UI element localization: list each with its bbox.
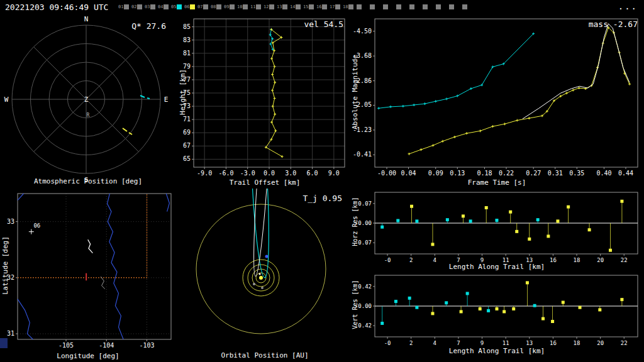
svg-text:0.44: 0.44 — [618, 170, 633, 177]
svg-text:9: 9 — [480, 340, 484, 346]
frame-button[interactable] — [396, 2, 409, 12]
frame-indicator — [309, 4, 314, 9]
frame-indicator — [124, 4, 129, 9]
svg-text:7: 7 — [457, 340, 460, 346]
tisserand-stat: T_j 0.95 — [303, 194, 342, 203]
trail-offset-axis-title: Trail Offset [km] — [176, 178, 353, 187]
planet-gray-2 — [261, 287, 264, 289]
svg-text:W: W — [4, 96, 9, 104]
frame-button[interactable] — [448, 2, 462, 12]
svg-text:0.40: 0.40 — [596, 170, 611, 177]
svg-text:Z: Z — [84, 96, 88, 103]
frame-indicator — [462, 4, 467, 9]
frame-button-06[interactable]: 06 — [184, 2, 197, 12]
frame-button[interactable] — [422, 2, 435, 12]
frame-indicator — [243, 4, 248, 9]
frame-button-14[interactable]: 14 — [290, 2, 303, 12]
frame-indicator — [383, 4, 388, 9]
orbital-position-plot — [176, 189, 353, 362]
length-along-trail-label-top: Length Along Trail [km] — [350, 263, 644, 271]
stem-horz_res: -024791113161820220.07-0.00-0.07 — [355, 192, 638, 263]
svg-text:N: N — [84, 15, 89, 23]
polar-trails — [123, 96, 150, 134]
mass-stat: mass -2.67 — [589, 19, 638, 29]
frame-button-18[interactable]: 18 — [343, 2, 356, 12]
residuals-plot: -024791113161820220.07-0.00-0.07-0247911… — [350, 189, 644, 362]
frame-number: 02 — [131, 4, 136, 9]
map-features: 06 — [0, 194, 169, 348]
frame-button-07[interactable]: 07 — [197, 2, 211, 12]
orbit-diagram — [196, 189, 326, 334]
frame-button-17[interactable]: 17 — [330, 2, 343, 12]
frame-button-03[interactable]: 03 — [145, 2, 158, 12]
longitude-axis-label: Longitude [deg] — [0, 352, 176, 360]
planet-blue — [265, 255, 269, 258]
frame-button-04[interactable]: 04 — [158, 2, 171, 12]
sun — [259, 276, 263, 280]
frame-button-09[interactable]: 09 — [224, 2, 237, 12]
series-station-05 — [379, 34, 533, 109]
svg-text:-0.00: -0.00 — [377, 170, 396, 177]
svg-text:-104: -104 — [99, 342, 114, 349]
planet-gray-1 — [253, 283, 255, 285]
svg-text:31: 31 — [7, 330, 14, 337]
svg-text:0.07: 0.07 — [358, 200, 372, 207]
frame-number: 17 — [330, 4, 335, 9]
frame-button[interactable] — [409, 2, 422, 12]
frame-time-axis-label: Frame Time [s] — [350, 178, 644, 187]
svg-text:9.0: 9.0 — [328, 170, 340, 177]
frame-button-05[interactable]: 05 — [171, 2, 184, 12]
frame-number: 15 — [303, 4, 308, 9]
frame-button-15[interactable]: 15 — [303, 2, 316, 12]
light-curve-plot: -0.000.040.090.130.180.220.270.310.350.4… — [350, 14, 644, 189]
svg-text:16: 16 — [550, 340, 557, 346]
ground-map-plot: -105-104-10331323306 — [0, 189, 176, 362]
frame-button-10[interactable]: 10 — [237, 2, 250, 12]
frame-indicator — [449, 4, 454, 9]
frame-button[interactable] — [435, 2, 448, 12]
frame-button-01[interactable]: 01 — [118, 2, 131, 12]
panel-trail-offset: -9.0-6.0-3.00.03.06.09.06567697173757779… — [176, 14, 353, 189]
svg-text:18: 18 — [574, 340, 580, 346]
frame-indicator — [230, 4, 235, 9]
frame-indicator — [282, 4, 287, 9]
meteoroid — [259, 273, 261, 275]
frame-button[interactable] — [382, 2, 396, 12]
top-bar: 20221203 09:46:49 UTC 010203040506070809… — [0, 0, 644, 14]
frame-indicator — [357, 4, 362, 9]
svg-text:0.22: 0.22 — [499, 170, 514, 177]
frame-indicator — [348, 4, 353, 9]
plot-axes: -0.000.040.090.130.180.220.270.310.350.4… — [353, 19, 638, 177]
frame-number: 08 — [211, 4, 216, 9]
svg-text:11: 11 — [502, 340, 509, 346]
frame-button[interactable] — [369, 2, 382, 12]
velocity-stat: vel 54.5 — [304, 19, 343, 29]
panel-ground-map: -105-104-10331323306 Latitude [deg] Long… — [0, 189, 176, 362]
frame-button-11[interactable]: 11 — [250, 2, 264, 12]
panel-residuals: -024791113161820220.07-0.00-0.07-0247911… — [350, 189, 644, 362]
frame-button-13[interactable]: 13 — [277, 2, 290, 12]
frame-button-02[interactable]: 02 — [131, 2, 145, 12]
frame-button[interactable] — [356, 2, 369, 12]
frame-button[interactable] — [462, 2, 475, 12]
series-model — [523, 24, 630, 119]
stem-vert_res: -024791113161820220.42-0.00-0.42 — [355, 275, 638, 346]
height-axis-label: Height [km] — [179, 30, 187, 155]
frame-button-08[interactable]: 08 — [211, 2, 224, 12]
trail-offset-plot: -9.0-6.0-3.00.03.06.09.06567697173757779… — [176, 14, 353, 189]
svg-text:E: E — [164, 96, 169, 104]
meteor-ground-track — [88, 239, 93, 253]
svg-text:4: 4 — [433, 340, 436, 346]
frame-number: 16 — [316, 4, 321, 9]
frame-selector: 010203040506070809101112131415161718 — [118, 2, 475, 12]
overflow-menu-button[interactable]: ... — [618, 1, 638, 11]
svg-text:65: 65 — [183, 155, 191, 162]
frame-number: 04 — [158, 4, 163, 9]
meteor-analysis-window: 20221203 09:46:49 UTC 010203040506070809… — [0, 0, 644, 362]
atmospheric-position-plot: NESWZR — [0, 14, 176, 189]
frame-button-12[interactable]: 12 — [264, 2, 277, 12]
frame-number: 18 — [343, 4, 348, 9]
q-value-stat: Q* 27.6 — [131, 21, 166, 31]
frame-button-16[interactable]: 16 — [316, 2, 330, 12]
svg-text:0.42: 0.42 — [358, 283, 372, 290]
